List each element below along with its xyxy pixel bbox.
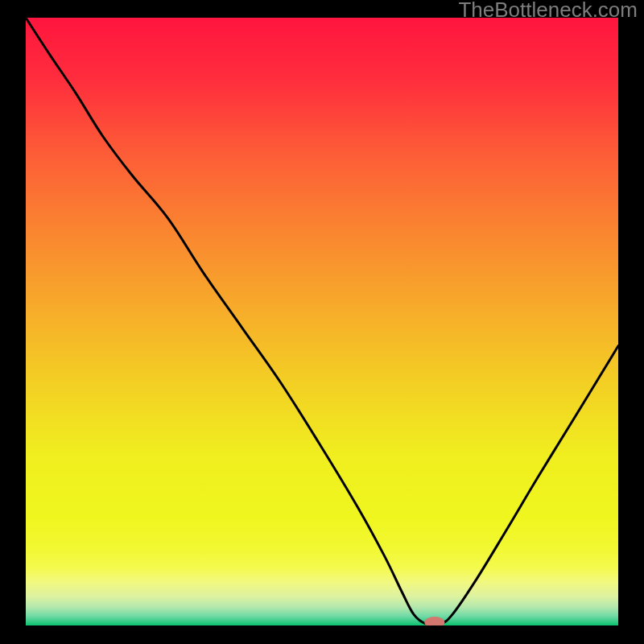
optimal-point-marker bbox=[424, 617, 444, 625]
watermark-text: TheBottleneck.com bbox=[458, 0, 638, 23]
plot-overlay bbox=[26, 18, 618, 625]
chart-stage: TheBottleneck.com bbox=[0, 0, 644, 644]
bottleneck-curve bbox=[26, 18, 618, 625]
